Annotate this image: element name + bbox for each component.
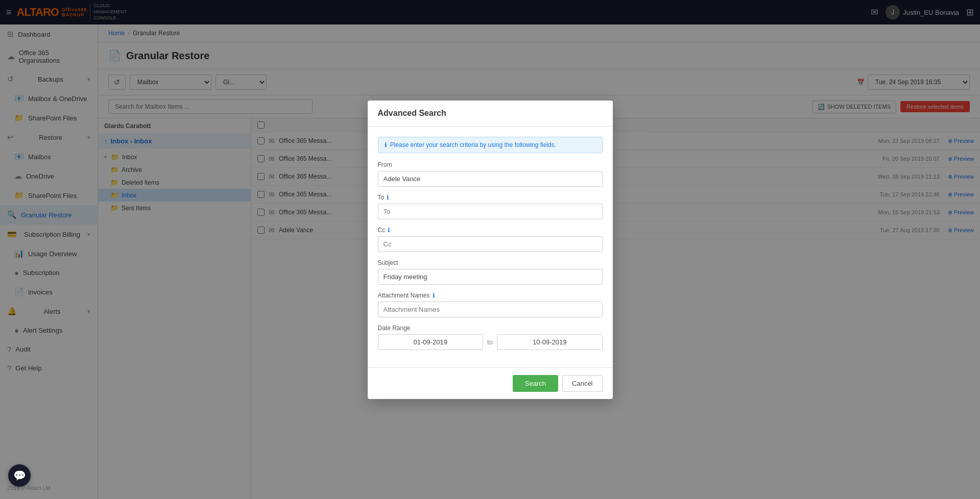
modal-field-from: From [378,161,603,187]
cc-label: Cc ℹ [378,227,603,234]
modal-header: Advanced Search [368,101,613,127]
to-input[interactable] [378,204,603,219]
subject-label: Subject [378,259,603,266]
modal-info-bar: ℹ Please enter your search criteria by u… [378,137,603,153]
modal-cancel-button[interactable]: Cancel [562,375,602,392]
to-label: To ℹ [378,194,603,201]
cc-input[interactable] [378,236,603,252]
attachment-names-input[interactable] [378,302,603,317]
date-from-input[interactable] [378,334,484,350]
chat-icon: 💬 [13,469,26,482]
attachment-names-label: Attachment Names ℹ [378,292,603,299]
to-info-icon[interactable]: ℹ [387,194,389,201]
modal-overlay: Advanced Search ℹ Please enter your sear… [0,0,980,499]
modal-footer: Search Cancel [368,367,613,399]
chat-button[interactable]: 💬 [8,464,31,487]
modal-field-subject: Subject [378,259,603,285]
attachment-names-info-icon[interactable]: ℹ [433,292,435,299]
modal-search-button[interactable]: Search [513,375,558,392]
info-icon: ℹ [385,141,387,148]
modal-info-text: Please enter your search criteria by usi… [390,141,557,148]
subject-input[interactable] [378,269,603,285]
date-range-label: Date Range [378,325,603,332]
from-input[interactable] [378,171,603,187]
modal-field-cc: Cc ℹ [378,227,603,252]
modal-field-to: To ℹ [378,194,603,219]
date-to-separator: to [487,338,493,346]
cc-info-icon[interactable]: ℹ [388,227,390,234]
advanced-search-modal: Advanced Search ℹ Please enter your sear… [368,101,613,399]
from-label: From [378,161,603,168]
modal-body: ℹ Please enter your search criteria by u… [368,127,613,367]
modal-field-date-range: Date Range to [378,325,603,350]
modal-field-attachment-names: Attachment Names ℹ [378,292,603,317]
modal-date-row: to [378,334,603,350]
date-to-input[interactable] [497,334,603,350]
